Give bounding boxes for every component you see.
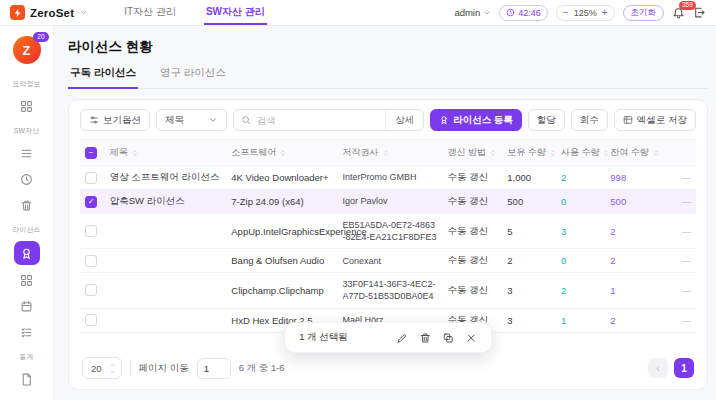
nav-sw-asset[interactable]: SW자산 관리 [204, 0, 267, 25]
sidebar-item-license-status[interactable] [14, 241, 40, 265]
row-checkbox[interactable] [85, 172, 97, 184]
sidebar-item-dashboard[interactable] [15, 95, 39, 117]
page-size-stepper[interactable] [109, 362, 116, 375]
user-avatar[interactable]: Z 20 [13, 36, 41, 64]
trash-icon [20, 199, 33, 212]
header-owned[interactable]: 보유 수량 [502, 140, 556, 166]
row-more-button[interactable]: — [661, 166, 696, 190]
prev-page-button[interactable]: ‹ [648, 358, 668, 378]
header-remaining[interactable]: 잔여 수량 [605, 140, 661, 166]
header-renewal[interactable]: 갱신 방법 [443, 140, 503, 166]
view-options-button[interactable]: 보기옵션 [80, 109, 150, 131]
header-vendor[interactable]: 저작권사 [338, 140, 443, 166]
copy-selected-button[interactable] [442, 332, 454, 344]
chevron-down-icon [483, 9, 491, 17]
sidebar-item-license-checklist[interactable] [15, 321, 39, 343]
checklist-icon [20, 326, 33, 339]
chevron-down-icon [79, 8, 88, 17]
tab-perpetual-license[interactable]: 영구 라이선스 [158, 66, 228, 89]
header-used[interactable]: 사용 수량 [556, 140, 605, 166]
search-box: 상세 [233, 109, 425, 131]
assign-button[interactable]: 할당 [528, 109, 565, 131]
page-size-value: 20 [91, 363, 102, 374]
apps-icon [20, 274, 33, 287]
search-icon [241, 115, 251, 125]
table-header-row: − 제목 소프트웨어 저작권사 갱신 방법 보유 수량 사용 수량 잔여 수량 [80, 140, 696, 166]
sidebar-item-sw-list[interactable] [15, 142, 39, 164]
history-icon [20, 173, 33, 186]
license-icon [20, 247, 33, 260]
header-title[interactable]: 제목 [105, 140, 227, 166]
pencil-icon [396, 332, 408, 344]
row-checkbox[interactable] [85, 255, 97, 267]
edit-selected-button[interactable] [396, 332, 408, 344]
sidebar-section-stats: 통계 [20, 352, 34, 362]
row-more-button[interactable]: — [661, 308, 696, 332]
license-tabs: 구독 라이선스 영구 라이선스 [68, 66, 708, 89]
license-icon [439, 115, 449, 125]
sidebar-item-license-calendar[interactable] [15, 295, 39, 317]
page-size-select[interactable]: 20 [82, 357, 122, 379]
row-more-button[interactable]: — [661, 249, 696, 273]
row-more-button[interactable]: — [661, 214, 696, 249]
sidebar-section-license: 라이선스 [13, 225, 41, 235]
session-timer: 42:46 [499, 5, 548, 21]
page-1-button[interactable]: 1 [674, 358, 694, 378]
table-footer: 20 페이지 이동 6 개 중 1-6 ‹ 1 [80, 348, 696, 389]
select-all-checkbox[interactable]: − [85, 147, 97, 159]
table-row[interactable]: AppUp.IntelGraphicsExperience EB51A5DA-0… [80, 214, 696, 249]
license-table: − 제목 소프트웨어 저작권사 갱신 방법 보유 수량 사용 수량 잔여 수량 [80, 139, 696, 333]
grid-icon [20, 100, 33, 113]
row-more-button[interactable]: — [661, 190, 696, 214]
admin-menu[interactable]: admin [454, 7, 491, 18]
filter-field-select[interactable]: 제목 [156, 109, 227, 131]
footer-divider [130, 361, 131, 375]
sidebar-item-stats-report[interactable] [15, 368, 39, 390]
export-excel-button[interactable]: 엑셀로 저장 [614, 109, 696, 131]
notifications-button[interactable]: 359 [672, 6, 685, 19]
result-range: 6 개 중 1-6 [239, 362, 285, 375]
header-software[interactable]: 소프트웨어 [226, 140, 337, 166]
logo-text: ZeroSet [30, 7, 74, 19]
brand[interactable]: ZeroSet [10, 0, 88, 25]
sort-icon [131, 149, 139, 157]
table-row[interactable]: Bang & Olufsen Audio Conexant 수동 갱신 2 0 … [80, 249, 696, 273]
selection-count: 1 개 선택됨 [299, 331, 348, 344]
register-license-button[interactable]: 라이선스 등록 [430, 109, 522, 131]
sidebar: Z 20 요약정보 SW자산 라이선스 통계 [0, 26, 54, 400]
sliders-icon [89, 115, 99, 125]
calendar-icon [20, 300, 33, 313]
row-checkbox[interactable] [85, 314, 97, 326]
select-all-cell[interactable]: − [80, 140, 105, 166]
row-checkbox[interactable] [85, 284, 97, 296]
row-more-button[interactable]: — [661, 273, 696, 308]
zoom-in-button[interactable]: + [602, 8, 608, 18]
nav-it-asset[interactable]: IT자산 관리 [122, 0, 178, 25]
goto-page-input[interactable] [197, 358, 231, 379]
table-row[interactable]: 영상 소프트웨어 라이선스 4K Video Downloader+ Inter… [80, 166, 696, 190]
search-input[interactable] [251, 115, 386, 126]
sidebar-section-summary: 요약정보 [13, 79, 41, 89]
advanced-search-button[interactable]: 상세 [385, 110, 423, 130]
selection-action-bar: 1 개 선택됨 [284, 322, 492, 353]
tab-subscription-license[interactable]: 구독 라이선스 [68, 66, 138, 89]
delete-selected-button[interactable] [419, 332, 431, 344]
sidebar-item-sw-history[interactable] [15, 168, 39, 190]
zoom-reset-button[interactable]: 초기화 [623, 5, 665, 21]
sidebar-item-license-apps[interactable] [15, 269, 39, 291]
retrieve-button[interactable]: 회수 [571, 109, 608, 131]
spreadsheet-icon [623, 115, 633, 125]
admin-label: admin [454, 7, 480, 18]
list-icon [20, 147, 33, 160]
sidebar-item-sw-trash[interactable] [15, 194, 39, 216]
zoom-out-button[interactable]: − [563, 8, 569, 18]
table-row[interactable]: ✓ 압축SW 라이선스 7-Zip 24.09 (x64) Igor Pavlo… [80, 190, 696, 214]
pagination: ‹ 1 [648, 358, 694, 378]
sort-icon [549, 149, 557, 157]
table-row[interactable]: Clipchamp.Clipchamp 33F0F141-36F3-4EC2-A… [80, 273, 696, 308]
row-checkbox[interactable] [85, 225, 97, 237]
clear-selection-button[interactable] [465, 332, 477, 344]
sort-icon [652, 149, 660, 157]
row-checkbox[interactable]: ✓ [85, 196, 97, 208]
sort-icon [602, 149, 610, 157]
